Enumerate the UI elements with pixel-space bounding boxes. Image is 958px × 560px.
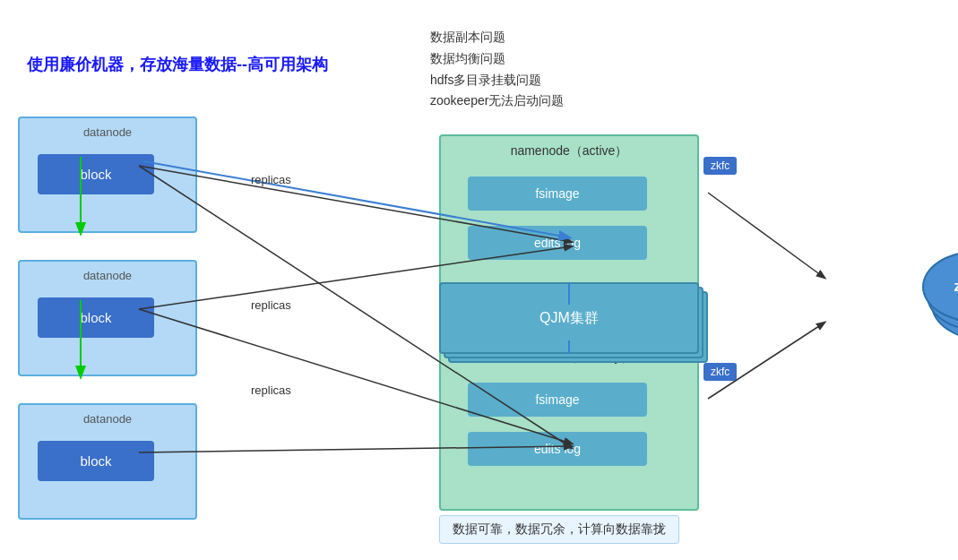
issue-1: 数据副本问题 [430,27,564,48]
datanode-1: datanode block [18,116,197,233]
datanode-2: datanode block [18,260,197,376]
editslog-active: edits log [468,226,647,260]
datanode-2-label: datanode [20,269,195,282]
issue-3: hdfs多目录挂载问题 [430,70,564,91]
svg-line-12 [708,323,824,399]
namenode-standby: namenode（standby） fsimage edits log [439,340,699,511]
issues-list: 数据副本问题 数据均衡问题 hdfs多目录挂载问题 zookeeper无法启动问… [430,27,564,112]
namenode-active-label: namenode（active） [441,143,697,159]
block-2: block [38,297,154,338]
namenode-active: namenode（active） fsimage edits log [439,134,699,305]
zkfc-standby: zkfc [703,363,737,381]
page-title: 使用廉价机器，存放海量数据--高可用架构 [27,54,328,75]
svg-text:replicas: replicas [251,383,291,397]
fsimage-standby: fsimage [468,383,647,417]
zk-ellipse-front: zk集群 [922,251,958,323]
block-1: block [38,154,154,194]
svg-text:replicas: replicas [251,298,291,312]
fsimage-active: fsimage [468,177,647,211]
datanode-1-label: datanode [20,125,195,139]
datanode-3-label: datanode [20,412,195,426]
svg-text:replicas: replicas [251,173,291,186]
qjm-cluster: QJM集群 [439,282,699,354]
zkfc-active: zkfc [703,157,737,175]
editslog-standby: edits log [468,432,647,466]
datanode-3: datanode block [18,403,197,520]
issue-4: zookeeper无法启动问题 [430,90,564,112]
summary-box: 数据可靠，数据冗余，计算向数据靠拢 [439,515,679,544]
svg-line-11 [708,193,824,278]
block-3: block [38,441,154,481]
issue-2: 数据均衡问题 [430,48,564,70]
